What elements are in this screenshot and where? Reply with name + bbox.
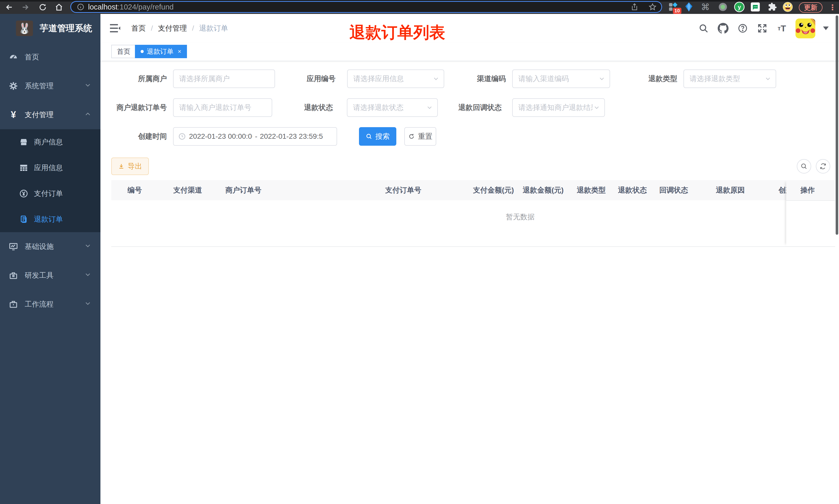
refund-status-select[interactable]: 请选择退款状态 [347, 98, 438, 117]
page-header: 首页 / 支付管理 / 退款订单 退款订单列表 тT [101, 14, 839, 43]
browser-reload-button[interactable] [37, 2, 49, 12]
extension-grid-button[interactable]: 10 [666, 1, 679, 13]
action-column-header: 操作 [786, 180, 835, 201]
refresh-icon [819, 163, 827, 170]
sidebar-item-home[interactable]: 首页 [0, 43, 101, 72]
tags-view-bar: 首页 退款订单 × [101, 43, 839, 61]
url-bar[interactable]: localhost:1024/pay/refund [71, 2, 661, 12]
search-button[interactable]: 搜索 [359, 127, 396, 146]
sidebar-item-pay-order[interactable]: 支付订单 [0, 181, 101, 206]
active-dot-icon [141, 50, 144, 53]
breadcrumb-section[interactable]: 支付管理 [158, 23, 187, 33]
extension-command-button[interactable]: ⌘ [699, 1, 712, 13]
question-circle-icon [737, 23, 748, 34]
placeholder: 请选择退款类型 [690, 74, 740, 84]
svg-text:y: y [738, 4, 741, 10]
avatar-image [796, 19, 815, 38]
fullscreen-icon [757, 23, 767, 34]
sidebar-item-app-info[interactable]: 应用信息 [0, 155, 101, 181]
sidebar-item-infra[interactable]: 基础设施 [0, 232, 101, 261]
chevron-down-icon [84, 300, 92, 309]
hamburger-icon [109, 23, 121, 34]
create-time-range-picker[interactable]: 2022-01-23 00:00:00 - 2022-01-23 23:59:5… [173, 127, 337, 146]
chevron-down-icon [426, 104, 433, 112]
range-end-value: 2022-01-23 23:59:59 [260, 132, 323, 141]
font-size-icon: т [778, 25, 781, 32]
filter-label-notify-status: 退款回调状态 [446, 98, 502, 117]
app-select[interactable]: 请选择应用信息 [347, 70, 444, 88]
home-icon [55, 3, 64, 12]
chevron-down-icon [84, 271, 92, 280]
merchant-refund-no-input[interactable]: 请输入商户退款订单号 [173, 98, 272, 117]
page-scrollbar[interactable] [836, 15, 838, 235]
help-button[interactable] [737, 22, 749, 34]
tab-label: 首页 [117, 47, 130, 56]
toolbox-icon [8, 270, 19, 281]
bookmark-button[interactable] [647, 2, 658, 12]
tab-refund-order[interactable]: 退款订单 × [135, 45, 187, 58]
breadcrumb-separator: / [192, 24, 194, 32]
sidebar-item-system[interactable]: 系统管理 [0, 72, 101, 101]
sidebar-item-label: 首页 [25, 52, 39, 62]
breadcrumb-separator: / [151, 24, 153, 32]
browser-back-button[interactable] [4, 2, 15, 12]
sidebar-item-merchant-info[interactable]: 商户信息 [0, 129, 101, 155]
sidebar-item-label: 退款订单 [34, 214, 63, 224]
download-icon [118, 163, 125, 169]
github-link-button[interactable] [717, 22, 729, 34]
sidebar-toggle-button[interactable] [109, 23, 121, 34]
browser-home-button[interactable] [53, 2, 65, 12]
extension-gem-button[interactable] [682, 1, 695, 13]
sidebar-item-refund-order[interactable]: 退款订单 [0, 206, 101, 232]
extension-emoji-button[interactable] [781, 1, 794, 13]
tab-close-icon[interactable]: × [178, 48, 181, 55]
channel-select[interactable]: 请输入渠道编码 [512, 70, 610, 88]
extension-chat-button[interactable] [749, 1, 762, 13]
forward-arrow-icon [21, 3, 30, 12]
notify-status-select[interactable]: 请选择通知商户退款结果的回调状态 [512, 98, 605, 117]
browser-forward-button[interactable] [20, 2, 31, 12]
user-avatar[interactable] [796, 19, 815, 38]
column-header: 回调状态 [659, 180, 688, 200]
refresh-table-button[interactable] [816, 159, 830, 174]
back-arrow-icon [5, 3, 14, 12]
grid-table-icon [19, 163, 29, 173]
extension-record-button[interactable] [716, 1, 729, 13]
filter-label-refund-type: 退款类型 [622, 70, 677, 88]
export-button[interactable]: 导出 [111, 158, 149, 175]
record-dot-icon [718, 2, 728, 12]
puzzle-icon [767, 2, 777, 12]
app-logo[interactable]: 🐰 芋道管理系统 [0, 14, 101, 43]
shop-icon [19, 137, 29, 147]
browser-update-button[interactable]: 更新 [799, 2, 822, 13]
browser-menu-button[interactable]: ⋮ [829, 2, 836, 12]
breadcrumb-home[interactable]: 首页 [131, 23, 146, 33]
search-button-label: 搜索 [375, 131, 390, 141]
placeholder: 请选择退款状态 [353, 103, 404, 112]
sidebar-item-workflow[interactable]: 工作流程 [0, 290, 101, 319]
extension-puzzle-button[interactable] [766, 1, 779, 13]
avatar-caret-icon[interactable] [823, 26, 829, 30]
sidebar-item-pay[interactable]: ¥ 支付管理 [0, 101, 101, 129]
table-fixed-action-column: 操作 [786, 180, 835, 246]
tab-home[interactable]: 首页 [111, 45, 136, 58]
search-icon [366, 133, 372, 140]
sidebar-submenu-pay: 商户信息 应用信息 支付订单 退款订单 [0, 129, 101, 232]
monitor-icon [8, 241, 19, 252]
chevron-down-icon [432, 75, 440, 84]
merchant-select[interactable]: 请选择所属商户 [173, 70, 275, 88]
font-size-button[interactable]: тT [776, 22, 788, 34]
sidebar-item-dev-tools[interactable]: 研发工具 [0, 261, 101, 290]
column-header: 支付金额(元) [473, 180, 514, 200]
header-search-button[interactable] [698, 22, 710, 34]
export-button-label: 导出 [128, 161, 142, 171]
fullscreen-button[interactable] [756, 22, 768, 34]
extension-badge: 10 [673, 8, 681, 14]
extension-y-button[interactable]: y [733, 1, 746, 13]
sidebar-item-label: 基础设施 [25, 242, 54, 251]
refund-type-select[interactable]: 请选择退款类型 [683, 70, 776, 88]
reset-button[interactable]: 重置 [404, 127, 436, 146]
show-search-toggle-button[interactable] [797, 159, 811, 174]
share-button[interactable] [629, 2, 640, 12]
window-edge [0, 0, 839, 2]
